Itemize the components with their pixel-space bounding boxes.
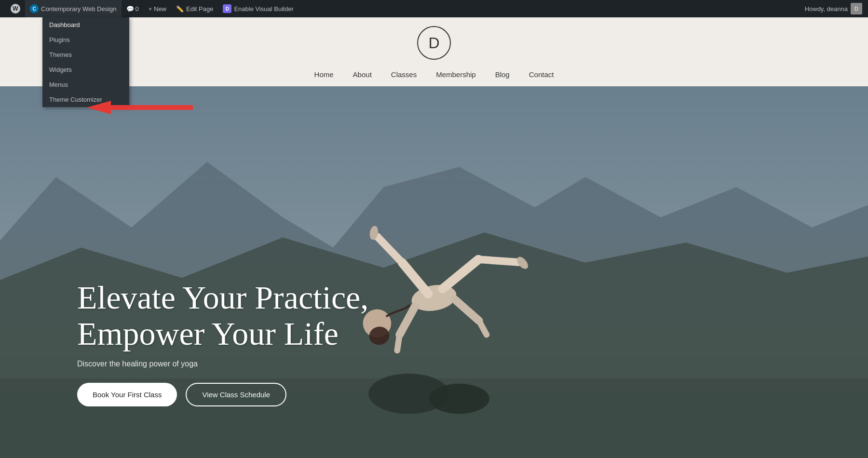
dropdown-item-dashboard[interactable]: Dashboard [42,17,129,32]
nav-item-blog[interactable]: Blog [495,70,510,79]
nav-item-membership[interactable]: Membership [436,70,476,79]
dropdown-item-themes[interactable]: Themes [42,47,129,62]
view-schedule-button[interactable]: View Class Schedule [186,383,286,406]
hero-section: Elevate Your Practice, Empower Your Life… [0,86,868,458]
hero-title-line2: Empower Your Life [77,315,339,352]
site-logo: D [417,26,451,60]
logo-letter: D [428,34,439,52]
comment-icon: 💬 [126,5,134,13]
nav-item-classes[interactable]: Classes [391,70,417,79]
site-name-item[interactable]: C Contemporary Web Design [25,0,122,17]
book-first-class-button[interactable]: Book Your First Class [77,383,177,406]
wp-logo-item[interactable]: W [6,0,25,17]
comments-count: 0 [136,5,139,13]
hero-content: Elevate Your Practice, Empower Your Life… [77,280,368,406]
site-name-label: Contemporary Web Design [41,5,117,13]
dropdown-item-menus[interactable]: Menus [42,77,129,92]
new-item[interactable]: + New [144,0,171,17]
red-arrow [87,101,193,114]
wp-logo-icon: W [11,4,20,13]
hero-subtitle: Discover the healing power of yoga [77,360,368,368]
howdy-label: Howdy, deanna [805,5,848,13]
enable-builder-item[interactable]: D Enable Visual Builder [218,0,298,17]
hero-title: Elevate Your Practice, Empower Your Life [77,280,368,352]
dropdown-item-widgets[interactable]: Widgets [42,62,129,77]
admin-bar: W C Contemporary Web Design 💬 0 + New ✏️… [0,0,868,17]
dropdown-menu: Dashboard Plugins Themes Widgets Menus T… [42,17,129,107]
dropdown-item-plugins[interactable]: Plugins [42,32,129,47]
nav-item-home[interactable]: Home [314,70,334,79]
nav-item-about[interactable]: About [353,70,372,79]
hero-buttons: Book Your First Class View Class Schedul… [77,383,368,406]
edit-page-label: Edit Page [186,5,213,13]
site-icon: C [30,4,39,13]
admin-avatar[interactable]: D [851,3,862,14]
nav-item-contact[interactable]: Contact [529,70,554,79]
new-label: + New [149,5,166,13]
arrow-svg [87,101,193,114]
hero-title-line1: Elevate Your Practice, [77,279,368,316]
site-header: D Home About Classes Membership Blog Con… [0,17,868,86]
edit-page-item[interactable]: ✏️ Edit Page [171,0,218,17]
admin-bar-right: Howdy, deanna D [805,3,862,14]
svg-point-4 [429,384,489,414]
divi-icon: D [223,4,231,13]
site-nav: Home About Classes Membership Blog Conta… [0,66,868,86]
enable-builder-label: Enable Visual Builder [234,5,293,13]
comments-item[interactable]: 💬 0 [122,0,144,17]
svg-marker-0 [87,101,193,114]
pencil-icon: ✏️ [176,5,184,13]
website: D Home About Classes Membership Blog Con… [0,17,868,458]
